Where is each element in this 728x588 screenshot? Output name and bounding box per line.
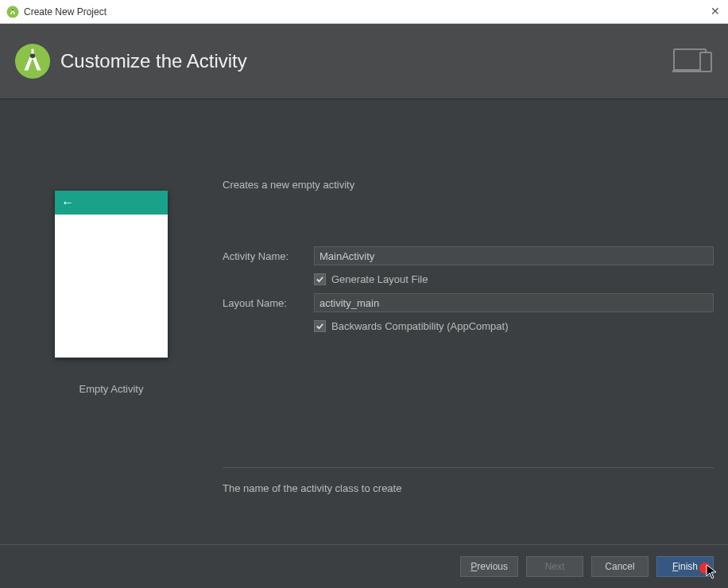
wizard-footer: Previous Next Cancel Finish xyxy=(0,544,728,588)
svg-point-1 xyxy=(12,9,14,10)
svg-point-0 xyxy=(7,6,19,17)
cursor-arrow-icon xyxy=(706,564,718,580)
generate-layout-checkbox[interactable] xyxy=(314,273,326,285)
backwards-compat-label: Backwards Compatibility (AppCompat) xyxy=(331,320,509,332)
form-panel: Creates a new empty activity Activity Na… xyxy=(223,99,728,544)
preview-panel: ← Empty Activity xyxy=(0,99,223,544)
svg-point-3 xyxy=(30,53,35,58)
svg-rect-7 xyxy=(700,52,711,72)
preview-label: Empty Activity xyxy=(79,383,144,395)
app-logo-icon xyxy=(6,6,19,18)
previous-button[interactable]: Previous xyxy=(460,556,518,577)
form-hint: The name of the activity class to create xyxy=(223,482,714,494)
window-titlebar: Create New Project ✕ xyxy=(0,0,728,24)
layout-name-input[interactable] xyxy=(314,293,714,312)
divider xyxy=(223,467,714,468)
next-button: Next xyxy=(526,556,583,577)
device-preview-icon xyxy=(672,46,714,75)
preview-appbar: ← xyxy=(55,191,168,215)
window-title: Create New Project xyxy=(24,6,106,17)
finish-button-rest: inish xyxy=(678,561,698,572)
checkmark-icon xyxy=(316,322,324,331)
wizard-header: Customize the Activity xyxy=(0,24,728,99)
svg-rect-4 xyxy=(32,49,34,54)
backwards-compat-checkbox[interactable] xyxy=(314,320,326,332)
svg-point-2 xyxy=(15,44,50,79)
back-arrow-icon: ← xyxy=(61,195,74,210)
android-studio-logo-icon xyxy=(14,43,51,79)
checkmark-icon xyxy=(316,275,324,284)
generate-layout-label: Generate Layout File xyxy=(331,273,428,285)
form-description: Creates a new empty activity xyxy=(223,179,714,191)
layout-name-label: Layout Name: xyxy=(223,297,314,309)
phone-preview: ← xyxy=(55,191,168,358)
previous-button-rest: revious xyxy=(477,561,508,572)
close-icon[interactable]: ✕ xyxy=(711,5,720,17)
page-title: Customize the Activity xyxy=(60,50,247,72)
cancel-button[interactable]: Cancel xyxy=(591,556,649,577)
activity-name-input[interactable] xyxy=(314,246,714,265)
activity-name-label: Activity Name: xyxy=(223,250,314,262)
